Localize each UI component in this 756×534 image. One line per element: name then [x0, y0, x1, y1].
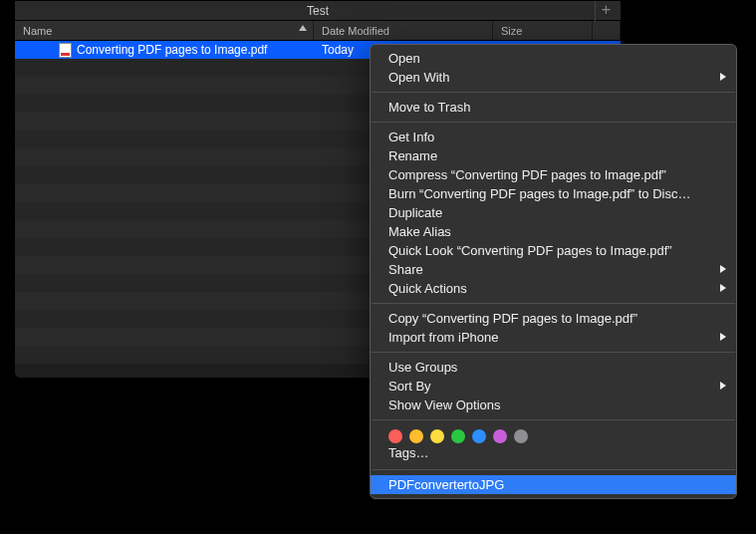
menu-item[interactable]: Duplicate	[371, 203, 736, 222]
file-name-label: Converting PDF pages to Image.pdf	[77, 43, 267, 57]
column-header-name[interactable]: Name	[15, 21, 314, 40]
menu-item[interactable]: Import from iPhone	[371, 328, 736, 347]
new-tab-button[interactable]	[595, 1, 617, 21]
menu-item[interactable]: Rename	[371, 146, 736, 165]
menu-separator	[372, 92, 735, 93]
column-headers: Name Date Modified Size	[15, 21, 621, 41]
menu-item[interactable]: Open With	[371, 68, 736, 87]
menu-separator	[372, 122, 735, 123]
menu-item-service[interactable]: PDFconvertertoJPG	[371, 475, 736, 494]
tag-color-icon[interactable]	[514, 429, 528, 443]
submenu-arrow-icon	[720, 284, 726, 292]
submenu-arrow-icon	[720, 73, 726, 81]
menu-item[interactable]: Share	[371, 260, 736, 279]
menu-item[interactable]: Move to Trash	[371, 98, 736, 117]
menu-item[interactable]: Quick Look “Converting PDF pages to Imag…	[371, 241, 736, 260]
menu-item[interactable]: Use Groups	[371, 358, 736, 377]
menu-item[interactable]: Compress “Converting PDF pages to Image.…	[371, 165, 736, 184]
menu-separator	[372, 469, 735, 470]
column-header-date[interactable]: Date Modified	[314, 21, 493, 40]
submenu-arrow-icon	[720, 382, 726, 390]
tag-color-icon[interactable]	[388, 429, 402, 443]
column-header-date-label: Date Modified	[322, 25, 389, 37]
context-menu: OpenOpen WithMove to TrashGet InfoRename…	[370, 44, 737, 499]
menu-item[interactable]: Show View Options	[371, 396, 736, 414]
tags-label[interactable]: Tags…	[371, 445, 736, 464]
sort-ascending-icon	[299, 25, 307, 31]
column-header-size[interactable]: Size	[493, 21, 593, 40]
file-name-cell: Converting PDF pages to Image.pdf	[15, 43, 314, 58]
menu-item[interactable]: Sort By	[371, 377, 736, 396]
tag-color-icon[interactable]	[451, 429, 465, 443]
tag-color-icon[interactable]	[430, 429, 444, 443]
menu-item[interactable]: Get Info	[371, 128, 736, 146]
menu-item[interactable]: Open	[371, 49, 736, 68]
menu-item[interactable]: Burn “Converting PDF pages to Image.pdf”…	[371, 184, 736, 203]
menu-separator	[372, 419, 735, 420]
pdf-file-icon	[59, 43, 72, 58]
tag-color-icon[interactable]	[493, 429, 507, 443]
column-header-extra[interactable]	[593, 21, 621, 40]
menu-separator	[372, 303, 735, 304]
window-title: Test	[307, 4, 329, 18]
menu-item[interactable]: Make Alias	[371, 222, 736, 241]
menu-item[interactable]: Quick Actions	[371, 279, 736, 298]
submenu-arrow-icon	[720, 265, 726, 273]
tags-row	[371, 425, 736, 445]
menu-separator	[372, 352, 735, 353]
column-header-name-label: Name	[23, 25, 52, 37]
column-header-size-label: Size	[501, 25, 522, 37]
submenu-arrow-icon	[720, 333, 726, 341]
file-date-label: Today	[322, 43, 354, 57]
menu-item[interactable]: Copy “Converting PDF pages to Image.pdf”	[371, 309, 736, 328]
window-titlebar: Test	[15, 1, 621, 21]
tag-color-icon[interactable]	[472, 429, 486, 443]
tag-color-icon[interactable]	[409, 429, 423, 443]
